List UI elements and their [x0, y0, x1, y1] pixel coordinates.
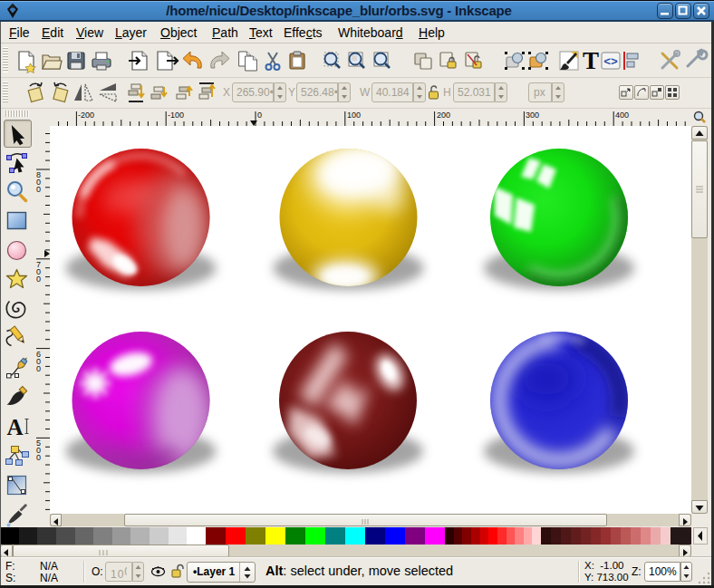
- svg-text:<>: <>: [603, 55, 618, 69]
- svg-text:-200: -200: [78, 111, 94, 120]
- svg-text:0: 0: [36, 364, 41, 373]
- svg-text:-100: -100: [168, 111, 184, 120]
- svg-text:0: 0: [36, 185, 41, 194]
- svg-text:0: 0: [36, 275, 41, 284]
- svg-text:400: 400: [615, 111, 629, 120]
- svg-text:100: 100: [347, 111, 361, 120]
- svg-text:200: 200: [437, 111, 450, 120]
- svg-text:300: 300: [526, 111, 539, 120]
- svg-text:0: 0: [257, 111, 262, 120]
- svg-text:A: A: [6, 415, 23, 439]
- svg-text:T: T: [583, 47, 599, 74]
- svg-text:0: 0: [36, 453, 41, 462]
